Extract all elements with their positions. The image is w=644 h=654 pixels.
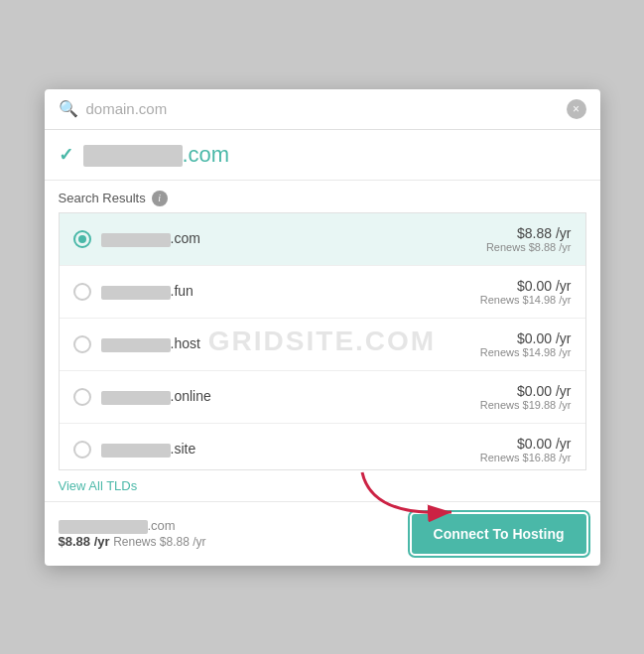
- price-renew: Renews $14.98 /yr: [480, 346, 572, 358]
- footer-renew: Renews $8.88 /yr: [113, 535, 205, 549]
- price-info: $8.88 /yr Renews $8.88 /yr: [486, 225, 572, 253]
- result-row[interactable]: .com $8.88 /yr Renews $8.88 /yr: [60, 213, 585, 266]
- close-button[interactable]: ×: [567, 99, 586, 119]
- price-main: $8.88 /yr: [486, 225, 572, 241]
- price-info: $0.00 /yr Renews $14.98 /yr: [480, 278, 572, 306]
- result-row[interactable]: .host $0.00 /yr Renews $14.98 /yr: [60, 319, 585, 371]
- result-row[interactable]: .fun $0.00 /yr Renews $14.98 /yr: [60, 266, 585, 319]
- radio-button[interactable]: [73, 283, 91, 301]
- price-info: $0.00 /yr Renews $19.88 /yr: [480, 383, 572, 411]
- price-main: $0.00 /yr: [480, 330, 572, 346]
- result-row[interactable]: .online $0.00 /yr Renews $19.88 /yr: [60, 371, 585, 424]
- domain-name: .com: [101, 230, 486, 246]
- price-renew: Renews $14.98 /yr: [480, 294, 572, 306]
- price-renew: Renews $8.88 /yr: [486, 241, 572, 253]
- price-main: $0.00 /yr: [480, 383, 572, 399]
- price-main: $0.00 /yr: [480, 278, 572, 294]
- footer-price: $8.88 /yr: [59, 534, 110, 549]
- radio-button[interactable]: [73, 441, 91, 458]
- results-container: GRIDSITE.COM .com $8.88 /yr Renews $8.88…: [59, 212, 586, 470]
- selected-domain-name: .com: [83, 142, 230, 168]
- radio-button[interactable]: [73, 230, 91, 248]
- selected-domain-row: ✓ .com: [45, 130, 600, 181]
- results-list[interactable]: .com $8.88 /yr Renews $8.88 /yr .fun $0.…: [60, 213, 585, 469]
- info-icon[interactable]: i: [152, 191, 168, 206]
- price-renew: Renews $16.88 /yr: [480, 452, 572, 463]
- search-bar: 🔍 domain.com ×: [45, 89, 600, 130]
- search-icon: 🔍: [59, 99, 78, 118]
- footer-domain-info: .com $8.88 /yr Renews $8.88 /yr: [59, 518, 206, 549]
- price-main: $0.00 /yr: [480, 436, 572, 452]
- price-renew: Renews $19.88 /yr: [480, 399, 572, 411]
- domain-name: .site: [101, 441, 480, 457]
- search-results-label: Search Results: [59, 191, 146, 205]
- radio-button[interactable]: [73, 335, 91, 353]
- domain-name: .online: [101, 388, 480, 404]
- result-row[interactable]: .site $0.00 /yr Renews $16.88 /yr: [60, 424, 585, 469]
- footer-domain-name: .com: [59, 518, 176, 533]
- domain-search-modal: 🔍 domain.com × ✓ .com Search Results i G…: [45, 89, 600, 566]
- section-label: Search Results i: [45, 181, 600, 212]
- view-all-tlds-link[interactable]: View All TLDs: [45, 470, 600, 501]
- domain-name: .host: [101, 335, 480, 351]
- search-display[interactable]: domain.com: [86, 100, 559, 117]
- checkmark-icon: ✓: [59, 144, 73, 166]
- connect-to-hosting-button[interactable]: Connect To Hosting: [412, 514, 586, 554]
- radio-button[interactable]: [73, 388, 91, 406]
- footer: .com $8.88 /yr Renews $8.88 /yr Connect …: [45, 501, 600, 566]
- price-info: $0.00 /yr Renews $16.88 /yr: [480, 436, 572, 463]
- domain-name: .fun: [101, 283, 480, 299]
- price-info: $0.00 /yr Renews $14.98 /yr: [480, 330, 572, 358]
